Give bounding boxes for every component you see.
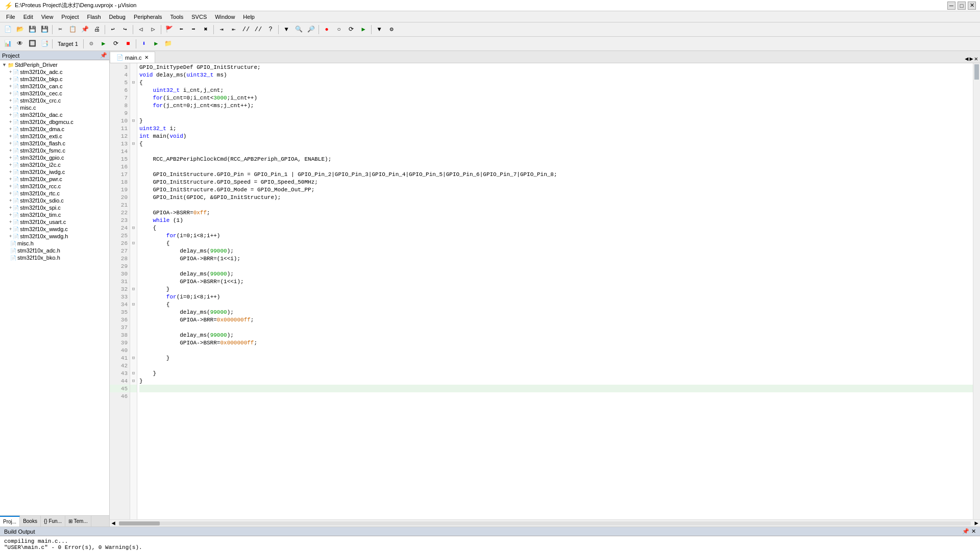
list-item[interactable]: +📄stm32f10x_wwdg.c xyxy=(1,226,108,233)
editor-tab-mainc[interactable]: 📄 main.c ✕ xyxy=(110,52,155,63)
prev-bookmark-btn[interactable]: ⬅ xyxy=(176,24,187,35)
list-item[interactable]: +📄stm32f10x_rtc.c xyxy=(1,190,108,197)
fg-44[interactable]: ⊟ xyxy=(130,377,137,385)
fg-26[interactable]: ⊟ xyxy=(130,239,137,247)
print-btn[interactable]: 🖨 xyxy=(91,24,103,35)
fg-5[interactable]: ⊟ xyxy=(130,79,137,86)
tab-functions[interactable]: {} Fun... xyxy=(41,516,65,527)
view-btn[interactable]: ▼ xyxy=(374,24,385,35)
minimize-button[interactable]: ─ xyxy=(947,2,955,10)
save-btn[interactable]: 💾 xyxy=(27,24,38,35)
indent-btn[interactable]: ⇥ xyxy=(216,24,227,35)
debug-reset-btn[interactable]: ⟳ xyxy=(346,24,357,35)
stop-build-btn[interactable]: ■ xyxy=(122,38,134,49)
list-item[interactable]: +📄stm32f10x_crc.c xyxy=(1,97,108,104)
list-item[interactable]: 📄stm32f10x_adc.h xyxy=(1,247,108,254)
menu-file[interactable]: File xyxy=(2,13,19,21)
list-item[interactable]: +📄stm32f10x_cec.c xyxy=(1,90,108,97)
find-btn[interactable]: 🔍 xyxy=(293,24,304,35)
scrollbar-thumb[interactable] xyxy=(974,64,979,80)
mem-btn[interactable]: 🔲 xyxy=(27,38,38,49)
debug-run-btn[interactable]: ▶ xyxy=(358,24,369,35)
tab-books[interactable]: Books xyxy=(20,516,41,527)
rebuild-btn[interactable]: ⟳ xyxy=(110,38,121,49)
bookmark-btn[interactable]: 🚩 xyxy=(163,24,175,35)
list-item[interactable]: +📄stm32f10x_sdio.c xyxy=(1,197,108,204)
list-item[interactable]: +📄stm32f10x_dac.c xyxy=(1,111,108,118)
redo-btn[interactable]: ↪ xyxy=(119,24,131,35)
help-btn[interactable]: ? xyxy=(265,24,276,35)
editor-scrollbar[interactable] xyxy=(973,63,980,519)
tab-project[interactable]: Proj... xyxy=(0,516,20,527)
close-button[interactable]: ✕ xyxy=(968,2,976,10)
list-item[interactable]: +📄stm32f10x_pwr.c xyxy=(1,176,108,183)
list-item[interactable]: +📄stm32f10x_adc.c xyxy=(1,68,108,76)
list-item[interactable]: +📄stm32f10x_can.c xyxy=(1,83,108,90)
menu-help[interactable]: Help xyxy=(239,13,259,21)
menu-project[interactable]: Project xyxy=(57,13,83,21)
open-file-btn[interactable]: 📂 xyxy=(14,24,26,35)
comment-btn[interactable]: // xyxy=(240,24,252,35)
tab-scroll-left[interactable]: ◀ xyxy=(965,55,968,63)
find2-btn[interactable]: 🔎 xyxy=(305,24,316,35)
list-item[interactable]: +📄stm32f10x_gpio.c xyxy=(1,154,108,161)
fg-43[interactable]: ⊟ xyxy=(130,369,137,377)
list-item[interactable]: +📄stm32f10x_usart.c xyxy=(1,218,108,226)
code-content[interactable]: GPIO_InitTypeDef GPIO_InitStructure; voi… xyxy=(137,63,973,519)
menu-debug[interactable]: Debug xyxy=(105,13,130,21)
list-item[interactable]: +📄stm32f10x_tim.c xyxy=(1,211,108,218)
cut-btn[interactable]: ✂ xyxy=(55,24,66,35)
list-item[interactable]: +📄stm32f10x_flash.c xyxy=(1,140,108,147)
h-scrollbar-track[interactable] xyxy=(119,521,971,525)
fg-10[interactable]: ⊟ xyxy=(130,117,137,124)
maximize-button[interactable]: □ xyxy=(958,2,966,10)
list-item[interactable]: +📄stm32f10x_fsmc.c xyxy=(1,147,108,154)
list-item[interactable]: +📄stm32f10x_dbgmcu.c xyxy=(1,118,108,126)
list-item[interactable]: +📄stm32f10x_iwdg.c xyxy=(1,168,108,176)
settings-btn[interactable]: ⚙ xyxy=(386,24,397,35)
build-close-icon[interactable]: ✕ xyxy=(971,528,976,535)
tree-root-item[interactable]: ▼ 📁 StdPeriph_Driver xyxy=(1,61,108,68)
list-item[interactable]: +📄stm32f10x_dma.c xyxy=(1,126,108,133)
download-btn[interactable]: ⬇ xyxy=(138,38,150,49)
tab-scroll-right[interactable]: ▶ xyxy=(970,55,973,63)
undo-btn[interactable]: ↩ xyxy=(107,24,118,35)
extra-btn[interactable]: 📑 xyxy=(39,38,50,49)
build-btn[interactable]: ▶ xyxy=(98,38,109,49)
fg-34[interactable]: ⊟ xyxy=(130,300,137,308)
next-bookmark-btn[interactable]: ➡ xyxy=(188,24,199,35)
fg-32[interactable]: ⊟ xyxy=(130,285,137,293)
debug-start-btn[interactable]: ● xyxy=(321,24,332,35)
sidebar-pin-icon[interactable]: 📌 xyxy=(100,52,107,59)
unindent-btn[interactable]: ⇤ xyxy=(228,24,239,35)
output-win-btn[interactable]: 📊 xyxy=(2,38,13,49)
fg-41[interactable]: ⊟ xyxy=(130,354,137,362)
menu-tools[interactable]: Tools xyxy=(166,13,188,21)
new-file-btn[interactable]: 📄 xyxy=(2,24,13,35)
menu-view[interactable]: View xyxy=(37,13,58,21)
tab-close-all[interactable]: ✕ xyxy=(974,55,978,63)
debug2-btn[interactable]: ▶ xyxy=(151,38,162,49)
fg-24[interactable]: ⊟ xyxy=(130,224,137,232)
list-item[interactable]: 📄misc.h xyxy=(1,240,108,247)
tab-close-btn[interactable]: ✕ xyxy=(144,55,149,60)
paste-btn[interactable]: 📌 xyxy=(79,24,90,35)
fg-13[interactable]: ⊟ xyxy=(130,140,137,147)
list-item[interactable]: +📄misc.c xyxy=(1,104,108,111)
menu-edit[interactable]: Edit xyxy=(19,13,37,21)
h-scroll-left[interactable]: ◀ xyxy=(110,519,117,527)
tab-templates[interactable]: ⊞ Tem... xyxy=(65,516,91,527)
list-item[interactable]: +📄stm32f10x_exti.c xyxy=(1,133,108,140)
menu-window[interactable]: Window xyxy=(211,13,239,21)
nav-fwd-btn[interactable]: ▷ xyxy=(148,24,159,35)
debug-stop-btn[interactable]: ○ xyxy=(333,24,345,35)
list-item[interactable]: +📄stm32f10x_spi.c xyxy=(1,204,108,211)
clear-bookmarks-btn[interactable]: ✖ xyxy=(200,24,211,35)
list-item[interactable]: +📄stm32f10x_i2c.c xyxy=(1,161,108,168)
save-all-btn[interactable]: 💾 xyxy=(39,24,50,35)
copy-btn[interactable]: 📋 xyxy=(67,24,78,35)
list-item[interactable]: +📄stm32f10x_wwdg.h xyxy=(1,233,108,240)
h-scrollbar-thumb[interactable] xyxy=(119,521,160,525)
menu-peripherals[interactable]: Peripherals xyxy=(130,13,166,21)
nav-back-btn[interactable]: ◁ xyxy=(135,24,146,35)
